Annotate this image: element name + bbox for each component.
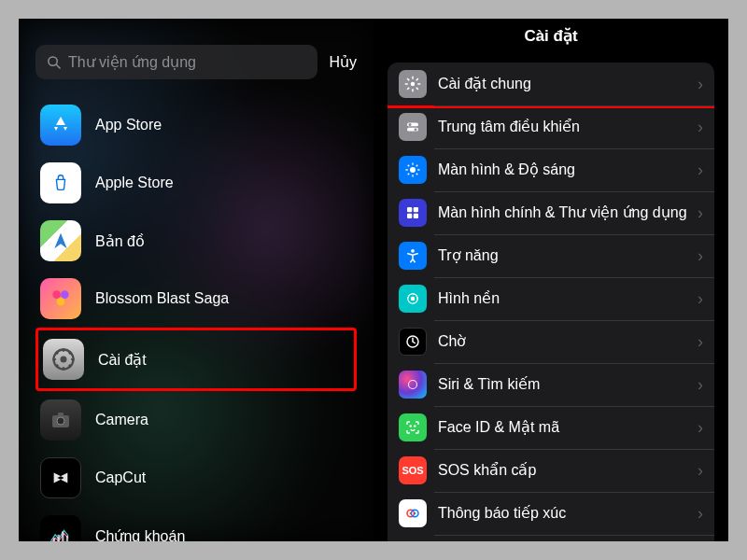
apple-store-icon — [40, 162, 81, 203]
settings-label: SOS khẩn cấp — [438, 461, 692, 479]
svg-rect-13 — [66, 536, 68, 541]
app-item-stocks[interactable]: Chứng khoán — [35, 507, 357, 541]
settings-label: Thông báo tiếp xúc — [438, 504, 692, 522]
chevron-right-icon: › — [698, 161, 703, 180]
svg-point-8 — [57, 417, 64, 425]
chevron-right-icon: › — [698, 461, 703, 481]
settings-item-siri[interactable]: Siri & Tìm kiếm › — [388, 363, 714, 406]
settings-item-standby[interactable]: Chờ › — [388, 320, 714, 363]
svg-point-3 — [61, 290, 69, 299]
capcut-icon — [40, 457, 81, 498]
svg-point-33 — [410, 512, 412, 514]
svg-point-34 — [414, 512, 416, 514]
settings-label: Trung tâm điều khiển — [438, 118, 692, 135]
svg-point-30 — [415, 426, 416, 427]
blossom-icon — [40, 278, 81, 319]
faceid-icon — [399, 413, 427, 441]
settings-label: Hình nền — [438, 289, 692, 307]
chevron-right-icon: › — [698, 118, 703, 137]
settings-item-display[interactable]: Màn hình & Độ sáng › — [388, 148, 714, 191]
svg-rect-21 — [414, 207, 418, 212]
svg-point-25 — [411, 297, 416, 301]
svg-point-28 — [409, 381, 417, 389]
settings-item-exposure[interactable]: Thông báo tiếp xúc › — [388, 492, 714, 535]
app-label: Blossom Blast Saga — [95, 290, 229, 307]
settings-label: Cài đặt chung — [438, 75, 692, 92]
app-item-applestore[interactable]: Apple Store — [35, 154, 357, 212]
settings-label: Face ID & Mật mã — [438, 418, 692, 436]
settings-item-general[interactable]: Cài đặt chung › — [388, 63, 714, 108]
settings-item-control-center[interactable]: Trung tâm điều khiển › — [388, 105, 714, 148]
svg-point-17 — [409, 123, 412, 126]
svg-point-19 — [410, 167, 416, 173]
svg-point-18 — [415, 128, 417, 131]
app-item-camera[interactable]: Camera — [35, 391, 357, 449]
app-label: Apple Store — [95, 175, 174, 191]
chevron-right-icon: › — [698, 289, 703, 309]
app-label: Chứng khoán — [95, 527, 185, 542]
svg-point-4 — [57, 298, 65, 306]
settings-label: Màn hình & Độ sáng — [438, 161, 692, 178]
left-screenshot: Thư viện ứng dụng Hủy App Store Apple St… — [19, 19, 374, 541]
svg-point-2 — [52, 290, 61, 299]
app-label: Cài đặt — [98, 351, 147, 369]
settings-item-home-screen[interactable]: Màn hình chính & Thư viện ứng dụng › — [388, 191, 714, 234]
svg-point-24 — [411, 249, 415, 253]
settings-group: Cài đặt chung › Trung tâm điều khiển › M… — [388, 63, 714, 541]
svg-rect-12 — [62, 531, 63, 541]
standby-icon — [399, 328, 427, 356]
app-list: App Store Apple Store Bản đồ Blossom Bla… — [19, 96, 374, 541]
wallpaper-icon — [399, 285, 427, 313]
svg-rect-9 — [58, 413, 63, 416]
gear-icon — [399, 70, 427, 98]
app-label: Camera — [95, 412, 148, 428]
settings-item-sos[interactable]: SOS SOS khẩn cấp › — [388, 449, 714, 492]
siri-icon — [399, 371, 427, 399]
accessibility-icon — [399, 242, 427, 270]
page-title: Cài đặt — [374, 19, 728, 63]
settings-label: Siri & Tìm kiếm — [438, 375, 692, 393]
svg-rect-23 — [414, 214, 418, 218]
maps-icon — [40, 220, 81, 261]
svg-line-1 — [56, 64, 60, 68]
cancel-button[interactable]: Hủy — [329, 53, 357, 71]
app-item-capcut[interactable]: CapCut — [35, 449, 357, 507]
chevron-right-icon: › — [698, 75, 703, 94]
svg-point-29 — [410, 426, 411, 427]
brightness-icon — [399, 156, 427, 184]
svg-rect-11 — [58, 535, 60, 541]
svg-rect-20 — [407, 207, 412, 212]
chevron-right-icon: › — [698, 504, 703, 524]
settings-item-wallpaper[interactable]: Hình nền › — [388, 277, 714, 320]
settings-label: Trợ năng — [438, 246, 692, 264]
exposure-icon — [399, 499, 427, 527]
app-label: Bản đồ — [95, 232, 145, 250]
app-item-blossom[interactable]: Blossom Blast Saga — [35, 270, 357, 328]
right-screenshot: Cài đặt Cài đặt chung › Trung tâm điều k… — [374, 19, 728, 541]
chevron-right-icon: › — [698, 375, 703, 395]
sos-icon: SOS — [399, 456, 427, 484]
svg-rect-22 — [407, 214, 412, 218]
settings-item-accessibility[interactable]: Trợ năng › — [388, 234, 714, 277]
app-item-appstore[interactable]: App Store — [35, 96, 357, 154]
settings-icon — [43, 339, 84, 380]
search-icon — [47, 55, 61, 69]
chevron-right-icon: › — [698, 246, 703, 266]
chevron-right-icon: › — [698, 418, 703, 438]
search-placeholder: Thư viện ứng dụng — [68, 53, 196, 71]
chevron-right-icon: › — [698, 203, 703, 223]
app-label: CapCut — [95, 469, 146, 486]
search-input[interactable]: Thư viện ứng dụng — [35, 45, 317, 79]
app-item-settings[interactable]: Cài đặt — [35, 328, 357, 391]
control-center-icon — [399, 113, 427, 141]
svg-rect-10 — [53, 538, 55, 541]
chevron-right-icon: › — [698, 332, 703, 352]
settings-item-battery[interactable]: Pin › — [388, 535, 714, 541]
stocks-icon — [40, 515, 81, 541]
app-item-maps[interactable]: Bản đồ — [35, 212, 357, 270]
app-label: App Store — [95, 117, 162, 133]
camera-icon — [40, 399, 81, 441]
settings-item-faceid[interactable]: Face ID & Mật mã › — [388, 406, 714, 449]
app-store-icon — [40, 105, 81, 146]
svg-point-14 — [411, 82, 416, 87]
